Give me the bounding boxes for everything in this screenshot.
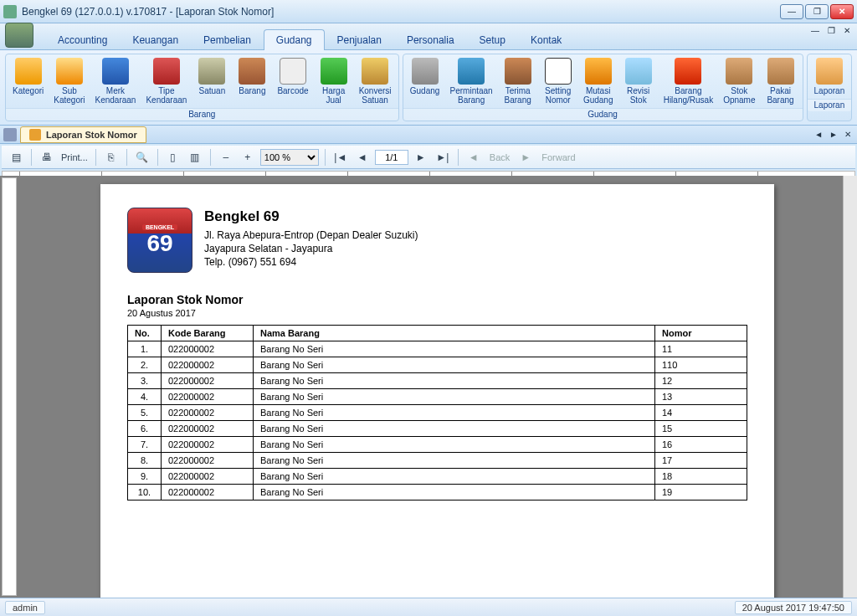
ribbon-icon	[362, 58, 388, 85]
ribbon-label: Barang Hilang/Rusak	[664, 86, 713, 105]
ribbon-icon	[239, 58, 265, 85]
menu-tab-penjualan[interactable]: Penjualan	[325, 29, 394, 50]
report-page: BENGKEL69 Bengkel 69 Jl. Raya Abepura-En…	[100, 184, 774, 598]
ribbon-pakai-barang[interactable]: Pakai Barang	[761, 56, 801, 106]
multi-page-icon[interactable]: ▥	[186, 148, 204, 167]
window-titlebar: Bengkel 69 (127.0.0.1) v.170817 - [Lapor…	[0, 0, 857, 23]
column-header: Kode Barang	[162, 326, 254, 341]
status-bar: admin 20 August 2017 19:47:50	[0, 598, 857, 616]
zoom-in-icon[interactable]: +	[239, 148, 257, 167]
ribbon-icon	[767, 58, 794, 85]
ribbon-icon	[545, 58, 572, 85]
company-logo: BENGKEL69	[127, 208, 192, 273]
ribbon-label: Setting Nomor	[545, 86, 571, 105]
document-tab-bar: Laporan Stok Nomor ◄ ► ✕	[0, 126, 857, 144]
ribbon-harga-jual[interactable]: Harga Jual	[314, 56, 354, 106]
first-page-icon[interactable]: |◄	[331, 148, 350, 167]
tab-prev-button[interactable]: ◄	[812, 129, 825, 140]
column-header: Nomor	[655, 326, 747, 341]
ribbon-label: Mutasi Gudang	[583, 86, 613, 105]
ribbon-setting-nomor[interactable]: Setting Nomor	[538, 56, 578, 106]
ribbon-barang[interactable]: Barang	[232, 56, 272, 106]
menu-tab-pembelian[interactable]: Pembelian	[191, 29, 264, 50]
app-logo-icon	[5, 23, 33, 48]
app-header: AccountingKeuanganPembelianGudangPenjual…	[0, 23, 857, 50]
page-input[interactable]	[375, 150, 408, 165]
mdi-restore-button[interactable]: ❐	[824, 25, 839, 36]
ribbon-label: Terima Barang	[505, 86, 531, 105]
ribbon-revisi-stok[interactable]: Revisi Stok	[618, 56, 659, 106]
menu-tab-kontak[interactable]: Kontak	[518, 29, 574, 50]
ribbon-icon	[458, 58, 485, 85]
ribbon-barang-hilang-rusak[interactable]: Barang Hilang/Rusak	[659, 56, 718, 106]
ribbon-icon	[15, 58, 42, 85]
ribbon-laporan[interactable]: Laporan	[809, 56, 850, 97]
print-label[interactable]: Print...	[59, 152, 90, 162]
document-tab[interactable]: Laporan Stok Nomor	[20, 126, 146, 143]
table-row: 9.022000002Barang No Seri18	[128, 469, 747, 485]
tab-close-button[interactable]: ✕	[842, 129, 854, 140]
column-header: No.	[128, 326, 162, 341]
menu-tab-accounting[interactable]: Accounting	[45, 29, 120, 50]
ribbon-label: Pakai Barang	[767, 86, 793, 105]
vertical-scrollbar[interactable]	[843, 176, 857, 598]
menu-tab-keuangan[interactable]: Keuangan	[120, 29, 191, 50]
ribbon-icon	[280, 58, 306, 85]
ribbon-label: Sub Kategori	[54, 86, 85, 105]
window-title: Bengkel 69 (127.0.0.1) v.170817 - [Lapor…	[22, 6, 780, 18]
back-label: Back	[486, 152, 513, 162]
ribbon-label: Gudang	[410, 86, 440, 95]
status-user: admin	[5, 601, 45, 614]
forward-icon[interactable]: ►	[516, 148, 535, 167]
minimize-button[interactable]: —	[780, 4, 803, 19]
ribbon-konversi-satuan[interactable]: Konversi Satuan	[354, 56, 397, 106]
ribbon-terima-barang[interactable]: Terima Barang	[498, 56, 538, 106]
ribbon-kategori[interactable]: Kategori	[8, 56, 49, 106]
ribbon-tipe-kendaraan[interactable]: Tipe Kendaraan	[141, 56, 192, 106]
ribbon-sub-kategori[interactable]: Sub Kategori	[49, 56, 90, 106]
company-name: Bengkel 69	[204, 208, 418, 227]
ribbon-merk-kendaraan[interactable]: Merk Kendaraan	[90, 56, 141, 106]
report-toolbar: ▤ 🖶 Print... ⎘ 🔍 ▯ ▥ – + 100 % |◄ ◄ ► ►|…	[2, 146, 855, 169]
menu-tab-gudang[interactable]: Gudang	[264, 29, 325, 50]
ribbon-group-laporan: LaporanLaporan	[807, 54, 853, 121]
ribbon-icon	[625, 58, 652, 85]
ribbon-group-label: Barang	[6, 108, 398, 121]
ribbon-stok-opname[interactable]: Stok Opname	[718, 56, 760, 106]
mdi-minimize-button[interactable]: —	[808, 25, 823, 36]
menu-tab-setup[interactable]: Setup	[467, 29, 518, 50]
mdi-close-button[interactable]: ✕	[840, 25, 854, 36]
menu-tab-personalia[interactable]: Personalia	[394, 29, 467, 50]
tab-list-icon[interactable]	[3, 128, 17, 141]
table-row: 5.022000002Barang No Seri14	[128, 405, 747, 421]
table-row: 3.022000002Barang No Seri12	[128, 373, 747, 389]
ribbon-label: Merk Kendaraan	[95, 86, 136, 105]
next-page-icon[interactable]: ►	[412, 148, 430, 167]
close-button[interactable]: ✕	[830, 4, 854, 19]
tab-next-button[interactable]: ►	[827, 129, 840, 140]
ribbon-gudang[interactable]: Gudang	[405, 56, 445, 106]
maximize-button[interactable]: ❐	[805, 4, 829, 19]
zoom-select[interactable]: 100 %	[260, 149, 319, 166]
prev-page-icon[interactable]: ◄	[353, 148, 372, 167]
single-page-icon[interactable]: ▯	[164, 148, 182, 167]
ribbon-label: Harga Jual	[322, 86, 345, 105]
back-icon[interactable]: ◄	[464, 148, 483, 167]
ribbon-icon	[153, 58, 180, 85]
toc-icon[interactable]: ▤	[7, 148, 25, 167]
copy-icon[interactable]: ⎘	[102, 148, 121, 167]
find-icon[interactable]: 🔍	[133, 148, 151, 167]
ribbon-label: Konversi Satuan	[359, 86, 392, 105]
ribbon-barcode[interactable]: Barcode	[272, 56, 313, 106]
ribbon-icon	[321, 58, 347, 85]
report-scroll[interactable]: BENGKEL69 Bengkel 69 Jl. Raya Abepura-En…	[17, 176, 843, 598]
ribbon-mutasi-gudang[interactable]: Mutasi Gudang	[578, 56, 618, 106]
ribbon-permintaan-barang[interactable]: Permintaan Barang	[445, 56, 498, 106]
ribbon-icon	[198, 58, 225, 85]
ribbon-satuan[interactable]: Satuan	[192, 56, 232, 106]
print-icon[interactable]: 🖶	[38, 148, 56, 167]
zoom-out-icon[interactable]: –	[217, 148, 235, 167]
ribbon-label: Tipe Kendaraan	[146, 86, 187, 105]
last-page-icon[interactable]: ►|	[434, 148, 452, 167]
ribbon-group-barang: KategoriSub KategoriMerk KendaraanTipe K…	[5, 54, 399, 121]
